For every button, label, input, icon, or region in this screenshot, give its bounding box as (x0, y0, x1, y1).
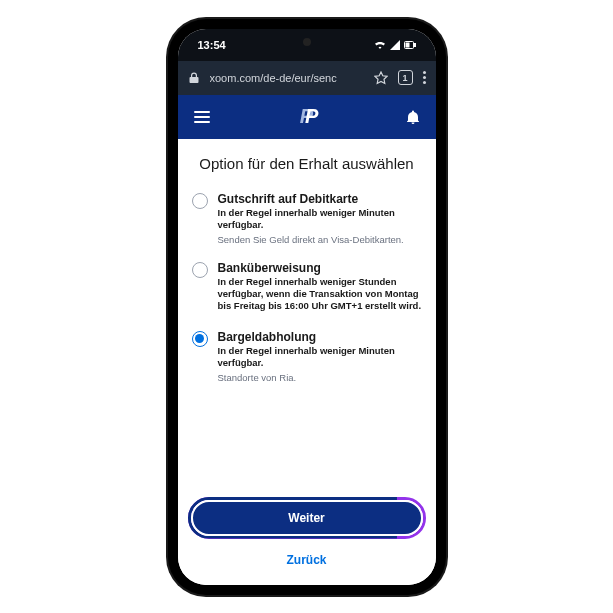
option-title: Gutschrift auf Debitkarte (218, 192, 422, 206)
back-button[interactable]: Zurück (188, 547, 426, 573)
option-subtitle: In der Regel innerhalb weniger Minuten v… (218, 207, 422, 232)
star-icon[interactable] (374, 71, 388, 85)
option-title: Bargeldabholung (218, 330, 422, 344)
svg-rect-2 (406, 43, 409, 47)
svg-rect-1 (414, 43, 416, 46)
app-header: PP (178, 95, 436, 139)
battery-icon (404, 40, 416, 50)
option-note: Senden Sie Geld direkt an Visa-Debitkart… (218, 234, 422, 246)
bell-icon[interactable] (406, 110, 420, 124)
option-note: Standorte von Ria. (218, 372, 422, 384)
content-area: Option für den Erhalt auswählen Gutschri… (178, 139, 436, 483)
browser-bar: xoom.com/de-de/eur/senc 1 (178, 61, 436, 95)
radio-cash[interactable] (192, 331, 208, 347)
radio-bank[interactable] (192, 262, 208, 278)
status-icons (374, 40, 416, 50)
url-text[interactable]: xoom.com/de-de/eur/senc (210, 72, 364, 84)
continue-button-highlight: Weiter (188, 497, 426, 539)
menu-icon[interactable] (194, 111, 210, 123)
footer: Weiter Zurück (178, 483, 436, 585)
page-title: Option für den Erhalt auswählen (192, 155, 422, 172)
option-subtitle: In der Regel innerhalb weniger Minuten v… (218, 345, 422, 370)
option-title: Banküberweisung (218, 261, 422, 275)
option-cash[interactable]: Bargeldabholung In der Regel innerhalb w… (192, 330, 422, 385)
option-body: Banküberweisung In der Regel innerhalb w… (218, 261, 422, 316)
continue-button[interactable]: Weiter (191, 500, 423, 536)
option-bank[interactable]: Banküberweisung In der Regel innerhalb w… (192, 261, 422, 316)
option-subtitle: In der Regel innerhalb weniger Stunden v… (218, 276, 422, 313)
signal-icon (390, 40, 400, 50)
lock-icon (188, 72, 200, 84)
camera-dot (303, 38, 311, 46)
paypal-logo: PP (300, 105, 316, 128)
more-icon[interactable] (423, 71, 426, 84)
home-indicator[interactable] (267, 578, 347, 581)
tab-count[interactable]: 1 (398, 70, 413, 85)
radio-debit[interactable] (192, 193, 208, 209)
option-body: Gutschrift auf Debitkarte In der Regel i… (218, 192, 422, 247)
screen: 13:54 xoom.com/de-de/eur/senc 1 PP Optio… (178, 29, 436, 585)
wifi-icon (374, 40, 386, 50)
option-debit[interactable]: Gutschrift auf Debitkarte In der Regel i… (192, 192, 422, 247)
option-body: Bargeldabholung In der Regel innerhalb w… (218, 330, 422, 385)
phone-frame: 13:54 xoom.com/de-de/eur/senc 1 PP Optio… (168, 19, 446, 595)
status-time: 13:54 (198, 39, 226, 51)
